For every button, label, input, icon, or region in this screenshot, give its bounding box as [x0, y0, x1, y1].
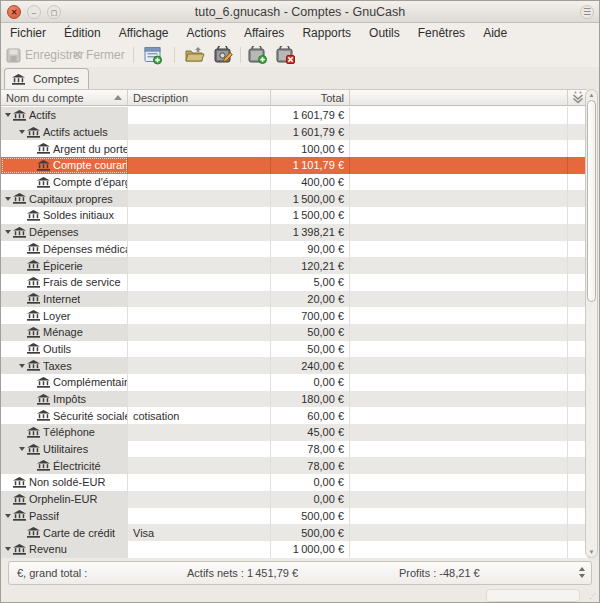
column-header-total[interactable]: Total	[271, 90, 350, 105]
account-row[interactable]: Capitaux propres 1 500,00 €	[1, 190, 587, 207]
account-row[interactable]: Sécurité sociale cotisation 60,00 €	[1, 407, 587, 424]
account-name-cell[interactable]: Taxes	[1, 357, 128, 374]
account-row[interactable]: Électricité 78,00 €	[1, 457, 587, 474]
account-description-cell[interactable]	[128, 441, 271, 458]
account-description-cell[interactable]	[128, 291, 271, 308]
new-account-button[interactable]	[244, 44, 270, 66]
account-description-cell[interactable]	[128, 341, 271, 358]
account-name-cell[interactable]: Capitaux propres	[1, 190, 128, 207]
expander-icon[interactable]	[17, 330, 27, 334]
account-description-cell[interactable]	[128, 207, 271, 224]
account-row[interactable]: Téléphone 45,00 €	[1, 424, 587, 441]
account-name-cell[interactable]: Internet	[1, 291, 128, 308]
account-description-cell[interactable]	[128, 224, 271, 241]
account-row[interactable]: Internet 20,00 €	[1, 291, 587, 308]
new-invoice-button[interactable]	[140, 44, 166, 66]
account-name-cell[interactable]: Passif	[1, 508, 128, 525]
account-name-cell[interactable]: Téléphone	[1, 424, 128, 441]
expander-icon[interactable]	[27, 414, 37, 418]
account-name-cell[interactable]: Épicerie	[1, 257, 128, 274]
account-description-cell[interactable]: cotisation	[128, 407, 271, 424]
account-name-cell[interactable]: Carte de crédit	[1, 524, 128, 541]
account-description-cell[interactable]	[128, 357, 271, 374]
expander-icon[interactable]	[17, 364, 27, 368]
account-description-cell[interactable]	[128, 374, 271, 391]
account-row[interactable]: Dépenses médicales 90,00 €	[1, 241, 587, 258]
window-menu-icon[interactable]: ☰	[580, 5, 594, 19]
expander-icon[interactable]	[3, 547, 13, 551]
expander-icon[interactable]	[17, 264, 27, 268]
account-description-cell[interactable]	[128, 457, 271, 474]
expander-icon[interactable]	[17, 447, 27, 451]
expander-icon[interactable]	[3, 480, 13, 484]
account-row[interactable]: Épicerie 120,21 €	[1, 257, 587, 274]
account-row[interactable]: Utilitaires 78,00 €	[1, 441, 587, 458]
account-row[interactable]: Outils 50,00 €	[1, 341, 587, 358]
account-description-cell[interactable]	[128, 174, 271, 191]
close-tab-button[interactable]: ✕ Fermer	[72, 45, 125, 65]
account-description-cell[interactable]	[128, 107, 271, 124]
account-row[interactable]: Dépenses 1 398,21 €	[1, 224, 587, 241]
account-description-cell[interactable]	[128, 491, 271, 508]
menu-fichier[interactable]: Fichier	[1, 23, 55, 43]
menu-edition[interactable]: Édition	[55, 23, 110, 43]
account-row[interactable]: Ménage 50,00 €	[1, 324, 587, 341]
account-row[interactable]: Argent du porte-mo 100,00 €	[1, 140, 587, 157]
menu-outils[interactable]: Outils	[360, 23, 409, 43]
account-row[interactable]: Actifs 1 601,79 €	[1, 107, 587, 124]
expander-icon[interactable]	[17, 213, 27, 217]
account-name-cell[interactable]: Frais de service	[1, 274, 128, 291]
account-description-cell[interactable]	[128, 508, 271, 525]
account-name-cell[interactable]: Revenu	[1, 541, 128, 558]
expander-icon[interactable]	[17, 531, 27, 535]
account-row[interactable]: Impôts 180,00 €	[1, 391, 587, 408]
account-name-cell[interactable]: Orphelin-EUR	[1, 491, 128, 508]
expander-icon[interactable]	[27, 464, 37, 468]
menu-actions[interactable]: Actions	[178, 23, 235, 43]
account-name-cell[interactable]: Complémentaire m	[1, 374, 128, 391]
menu-affichage[interactable]: Affichage	[110, 23, 178, 43]
expander-icon[interactable]	[3, 113, 13, 117]
expander-icon[interactable]	[27, 397, 37, 401]
account-name-cell[interactable]: Impôts	[1, 391, 128, 408]
account-name-cell[interactable]: Argent du porte-mo	[1, 140, 128, 157]
vertical-scrollbar[interactable]: ▲ ▼	[585, 89, 598, 558]
spinner-up-icon[interactable]	[579, 567, 585, 571]
expander-icon[interactable]	[27, 163, 37, 167]
account-description-cell[interactable]	[128, 424, 271, 441]
account-description-cell[interactable]	[128, 541, 271, 558]
expander-icon[interactable]	[3, 497, 13, 501]
menu-rapports[interactable]: Rapports	[293, 23, 360, 43]
account-description-cell[interactable]	[128, 241, 271, 258]
account-row[interactable]: Actifs actuels 1 601,79 €	[1, 124, 587, 141]
account-description-cell[interactable]	[128, 474, 271, 491]
expander-icon[interactable]	[27, 147, 37, 151]
menu-aide[interactable]: Aide	[474, 23, 516, 43]
column-header-name[interactable]: Nom du compte	[1, 90, 128, 105]
account-description-cell[interactable]	[128, 140, 271, 157]
expander-icon[interactable]	[3, 230, 13, 234]
spinner-down-icon[interactable]	[579, 574, 585, 578]
expander-icon[interactable]	[17, 314, 27, 318]
account-name-cell[interactable]: Soldes initiaux	[1, 207, 128, 224]
account-name-cell[interactable]: Non soldé-EUR	[1, 474, 128, 491]
account-name-cell[interactable]: Dépenses médicales	[1, 241, 128, 258]
account-description-cell[interactable]	[128, 391, 271, 408]
account-row[interactable]: Orphelin-EUR 0,00 €	[1, 491, 587, 508]
edit-account-button[interactable]	[210, 44, 236, 66]
expander-icon[interactable]	[17, 130, 27, 134]
expander-icon[interactable]	[27, 380, 37, 384]
account-name-cell[interactable]: Sécurité sociale	[1, 407, 128, 424]
account-name-cell[interactable]: Dépenses	[1, 224, 128, 241]
scrollbar-thumb[interactable]	[587, 100, 596, 302]
account-row[interactable]: Compte courant 1 101,79 €	[1, 157, 587, 174]
expander-icon[interactable]	[17, 430, 27, 434]
account-name-cell[interactable]: Ménage	[1, 324, 128, 341]
menu-affaires[interactable]: Affaires	[235, 23, 293, 43]
account-name-cell[interactable]: Loyer	[1, 307, 128, 324]
resize-grip[interactable]: ⋰	[589, 592, 597, 600]
titlebar[interactable]: ✕ – ▢ tuto_6.gnucash - Comptes - GnuCash…	[1, 1, 599, 23]
account-description-cell[interactable]: Visa	[128, 524, 271, 541]
account-row[interactable]: Non soldé-EUR 0,00 €	[1, 474, 587, 491]
expander-icon[interactable]	[17, 280, 27, 284]
